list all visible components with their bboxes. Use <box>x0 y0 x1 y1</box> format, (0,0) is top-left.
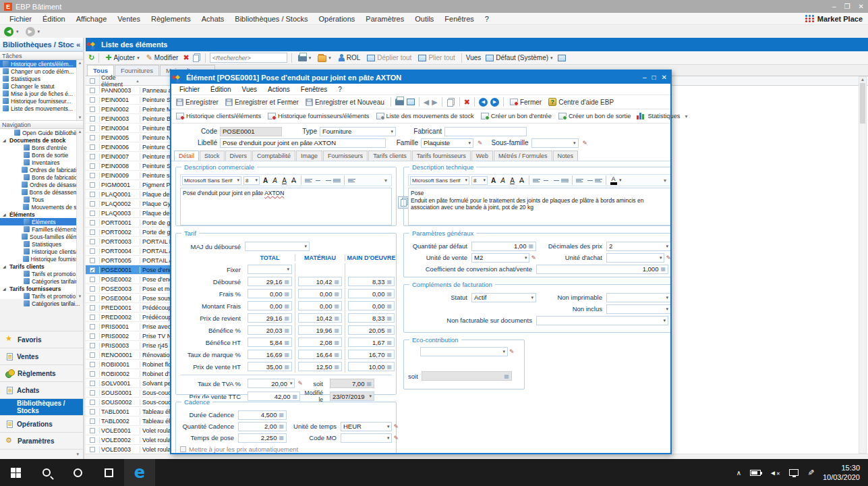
eco-select[interactable]: ▾ <box>420 347 508 356</box>
menu-item[interactable]: Opérations <box>314 14 361 24</box>
tarif-total-field[interactable]: 0,00▦ <box>248 289 292 298</box>
dialog-tab[interactable]: Notes <box>553 151 579 161</box>
tarif-total-field[interactable]: 16,69▦ <box>248 350 292 359</box>
statut-select[interactable]: Actif▾ <box>471 293 536 302</box>
task-view-button[interactable] <box>93 459 124 486</box>
unite-achat-select[interactable]: ▾ <box>606 253 664 263</box>
tray-expand-icon[interactable]: ∧ <box>736 469 741 477</box>
ttc-field[interactable]: 42,00▦ <box>248 392 300 401</box>
bullet-list-button[interactable] <box>348 179 355 182</box>
task-item[interactable]: Changer un code élém... <box>0 68 83 75</box>
row-checkbox[interactable] <box>90 163 95 169</box>
tarif-total-field[interactable]: 5,84▦ <box>248 338 292 347</box>
start-button[interactable] <box>0 459 31 486</box>
non-facturable-select[interactable]: ▾ <box>536 316 668 325</box>
code-mo-edit-icon[interactable]: ✎ <box>393 435 399 441</box>
auto-update-checkbox-row[interactable]: Mettre à jour les prix automatiquement <box>180 446 392 453</box>
undo-button[interactable]: ◀ <box>424 99 429 106</box>
tech-align-left-button[interactable] <box>533 179 540 182</box>
tarif-total-field[interactable]: 35,00▦ <box>248 362 292 371</box>
tech-align-right-button[interactable] <box>552 179 559 182</box>
tarif-moeuvre-field[interactable]: 10,00▦ <box>348 362 395 371</box>
row-checkbox[interactable] <box>90 296 95 301</box>
menu-item[interactable]: Édition <box>37 14 71 24</box>
redo-button[interactable]: ▶ <box>432 99 437 106</box>
row-checkbox[interactable] <box>90 409 95 414</box>
row-checkbox[interactable] <box>90 371 95 377</box>
view-select[interactable]: Défaut (Système) ▾ <box>484 53 554 62</box>
view-settings-button[interactable] <box>558 55 566 61</box>
tree-item[interactable]: Bons d'entrée <box>0 144 83 151</box>
tarif-materiau-field[interactable]: 16,64▦ <box>298 350 342 359</box>
tarif-materiau-field[interactable]: 12,50▦ <box>298 362 342 371</box>
tasks-scrollbar[interactable]: ▲▼ <box>76 60 83 120</box>
justify-button[interactable] <box>333 179 341 182</box>
stock-movements-button[interactable]: Liste des mouvements de stock <box>374 112 476 120</box>
row-checkbox[interactable] <box>90 267 95 273</box>
toolbar-overflow-icon[interactable]: ▾ <box>685 113 687 119</box>
print-button[interactable]: ▾ <box>296 54 314 62</box>
tech-font-size-select[interactable]: 8▾ <box>471 176 488 185</box>
auto-update-checkbox[interactable] <box>180 446 186 452</box>
dialog-copy-button[interactable] <box>447 99 453 107</box>
libelle-field[interactable]: Pose d'enduit pour joint en pâte AXTON <box>220 138 386 148</box>
tech-strikethrough-button[interactable]: A <box>518 177 525 184</box>
delete-button[interactable]: ✖ <box>183 54 189 61</box>
menu-item[interactable]: Fenêtres <box>439 14 479 24</box>
close-button[interactable]: ✕ <box>859 3 864 10</box>
row-checkbox[interactable] <box>90 400 95 405</box>
menu-item[interactable]: Paramètres <box>360 14 409 24</box>
forward-button[interactable]: ▶ <box>26 27 35 36</box>
row-checkbox[interactable] <box>90 286 95 292</box>
close-record-button[interactable]: Fermer <box>508 98 544 107</box>
preview-button[interactable] <box>407 99 415 105</box>
tree-item[interactable]: Familles éléments <box>0 225 83 233</box>
statistics-button[interactable]: Statistiques <box>635 112 682 120</box>
row-checkbox[interactable] <box>90 192 95 197</box>
tree-item[interactable]: Historique clients/... <box>0 248 83 255</box>
row-checkbox[interactable] <box>90 88 95 93</box>
module-overflow-strip[interactable]: ▾ <box>0 449 83 459</box>
menu-item[interactable]: Règlements <box>146 14 196 24</box>
temps-pose-field[interactable]: 2,250▦ <box>238 433 287 443</box>
menu-item[interactable]: Affichage <box>71 14 113 24</box>
module-button[interactable]: Ventes <box>0 348 83 364</box>
desc-tech-more-icon[interactable]: ▾ <box>664 178 666 184</box>
row-checkbox[interactable] <box>90 201 95 207</box>
tarif-moeuvre-field[interactable]: 0,00▦ <box>348 289 395 298</box>
decimales-select[interactable]: 2▾ <box>606 242 670 251</box>
row-checkbox[interactable] <box>90 144 95 150</box>
restore-button[interactable]: ❐ <box>844 3 850 10</box>
forward-caret-icon[interactable]: ▾ <box>38 29 40 34</box>
tech-bold-button[interactable]: A <box>490 177 497 184</box>
task-item[interactable]: Mise à jour de fiches é... <box>0 90 83 97</box>
row-checkbox[interactable] <box>90 428 95 433</box>
desc-com-textarea[interactable]: Pose d'enduit pour joint en pâte AXTON <box>180 188 392 225</box>
align-left-button[interactable] <box>305 179 312 182</box>
next-record-button[interactable]: ▶ <box>490 98 499 107</box>
tarif-total-field[interactable]: 29,16▦ <box>248 277 292 286</box>
famille-edit-icon[interactable]: ✎ <box>478 140 483 146</box>
menu-item[interactable]: Bibliothèques / Stocks <box>229 14 313 24</box>
module-button[interactable]: Opérations <box>0 415 83 432</box>
row-checkbox[interactable] <box>90 116 95 122</box>
save-close-button[interactable]: Enregistrer et Fermer <box>223 98 301 107</box>
tree-item[interactable]: Sous-familles élém... <box>0 233 83 240</box>
expand-all-button[interactable]: Déplier tout <box>365 53 413 62</box>
dialog-delete-button[interactable]: ✖ <box>464 99 470 106</box>
tech-bullet-list-button[interactable] <box>576 179 583 182</box>
tech-underline-button[interactable]: A <box>509 177 516 184</box>
align-center-button[interactable] <box>314 179 322 182</box>
previous-record-button[interactable]: ◀ <box>479 98 488 107</box>
dialog-menu-item[interactable]: Fichier <box>174 85 205 94</box>
font-color-button[interactable]: A <box>610 176 617 185</box>
tech-indent-button[interactable] <box>585 179 593 182</box>
unite-temps-edit-icon[interactable]: ✎ <box>393 423 399 430</box>
task-item[interactable]: Historique clients/élém... <box>0 60 83 68</box>
tree-item[interactable]: Catégories tarifai... <box>0 300 83 307</box>
dialog-menu-item[interactable]: Fenêtres <box>295 85 332 94</box>
tarif-materiau-field[interactable]: 10,42▦ <box>298 313 342 323</box>
tree-item[interactable]: Historique fourniss... <box>0 255 83 263</box>
history-clients-button[interactable]: Historique clients/éléments <box>174 112 263 120</box>
tree-item[interactable]: Tarifs et promotio... <box>0 292 83 300</box>
